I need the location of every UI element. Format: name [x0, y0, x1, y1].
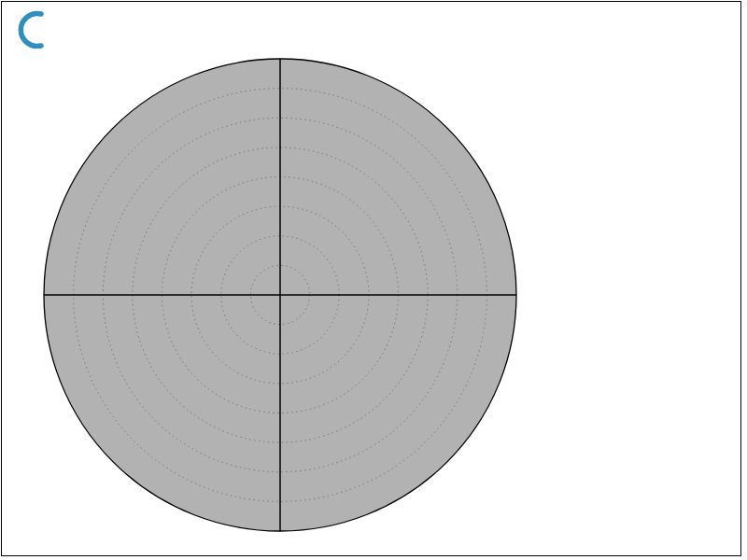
lowell-digisonde-logo — [7, 6, 148, 47]
doppler-colorbar — [554, 319, 569, 539]
crescent-icon — [7, 6, 50, 49]
legend-negative — [624, 480, 628, 494]
skymap-plot — [0, 0, 747, 560]
showskymap-window — [0, 0, 747, 560]
legend-positive — [622, 368, 627, 382]
